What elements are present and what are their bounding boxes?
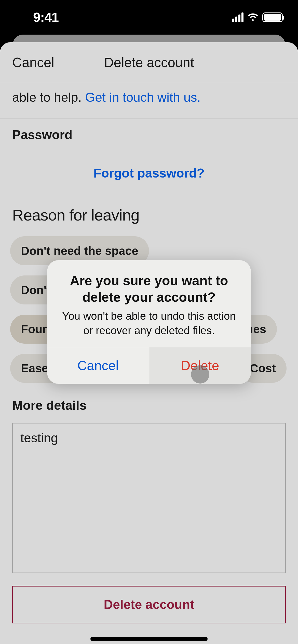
confirm-delete-alert: Are you sure you want to delete your acc… — [47, 260, 251, 384]
alert-title: Are you sure you want to delete your acc… — [59, 272, 239, 305]
alert-delete-button[interactable]: Delete — [149, 347, 251, 384]
alert-message: You won't be able to undo this action or… — [59, 309, 239, 338]
alert-cancel-button[interactable]: Cancel — [47, 347, 149, 384]
alert-backdrop: Are you sure you want to delete your acc… — [0, 0, 298, 644]
